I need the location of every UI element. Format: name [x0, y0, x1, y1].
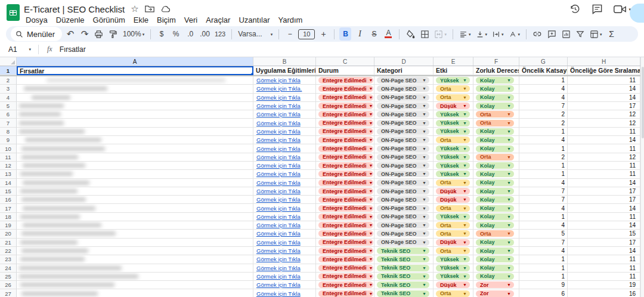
etki-chip[interactable]: Yüksek▼ — [436, 154, 470, 160]
column-header-G[interactable]: G — [519, 57, 568, 66]
cell-durum[interactable]: Entegre Edilmedi▼ — [316, 196, 374, 204]
etki-chip[interactable]: Yüksek▼ — [436, 128, 470, 135]
chip-dropdown-icon[interactable]: ▼ — [463, 189, 467, 193]
cell-durum[interactable]: Entegre Edilmedi▼ — [316, 239, 374, 247]
header-cell-G[interactable]: Öncelik Katsayısı — [519, 66, 568, 75]
cell-durum[interactable]: Entegre Edilmedi▼ — [316, 102, 374, 110]
cell-firsat[interactable] — [17, 255, 253, 264]
zorluk-chip[interactable]: Kolay▼ — [476, 256, 514, 262]
durum-chip[interactable]: Entegre Edilmedi▼ — [318, 214, 373, 220]
cell-egitim-link[interactable]: Görmek için Tıkla — [253, 128, 316, 136]
chip-dropdown-icon[interactable]: ▼ — [369, 266, 373, 270]
training-link[interactable]: Görmek için Tıkla — [253, 77, 301, 83]
cell-katsayi[interactable]: 1 — [519, 170, 568, 178]
cell-siralama[interactable]: 15 — [568, 230, 640, 238]
durum-chip[interactable]: Entegre Edilmedi▼ — [318, 239, 373, 246]
durum-chip[interactable]: Entegre Edilmedi▼ — [318, 273, 373, 280]
chip-dropdown-icon[interactable]: ▼ — [463, 129, 467, 134]
chip-dropdown-icon[interactable]: ▼ — [507, 274, 511, 279]
chip-dropdown-icon[interactable]: ▼ — [369, 138, 373, 142]
cell-siralama[interactable]: 12 — [568, 110, 640, 119]
durum-chip[interactable]: Entegre Edilmedi▼ — [318, 248, 373, 254]
kategori-chip[interactable]: ON-Page SEO▼ — [377, 77, 429, 83]
cell-katsayi[interactable]: 1 — [519, 255, 568, 264]
chip-dropdown-icon[interactable]: ▼ — [422, 223, 426, 227]
column-header-C[interactable]: C — [316, 57, 374, 66]
strikethrough-button[interactable]: S — [368, 27, 380, 41]
chip-dropdown-icon[interactable]: ▼ — [463, 249, 467, 253]
cell-katsayi[interactable]: 9 — [519, 281, 568, 289]
row-header-5[interactable]: 5 — [0, 102, 17, 110]
cell-durum[interactable]: Entegre Edilmedi▼ — [316, 144, 374, 153]
cell-etki[interactable]: Yüksek▼ — [434, 273, 473, 281]
zorluk-chip[interactable]: Zor▼ — [476, 290, 514, 297]
durum-chip[interactable]: Entegre Edilmedi▼ — [318, 146, 373, 152]
cell-durum[interactable]: Entegre Edilmedi▼ — [316, 221, 374, 230]
cell-kategori[interactable]: ON-Page SEO▼ — [374, 179, 434, 187]
durum-chip[interactable]: Entegre Edilmedi▼ — [318, 256, 373, 262]
zorluk-chip[interactable]: Kolay▼ — [476, 171, 514, 177]
fill-color-button[interactable] — [404, 27, 416, 41]
column-header-E[interactable]: E — [434, 57, 473, 66]
kategori-chip[interactable]: ON-Page SEO▼ — [377, 120, 429, 126]
menu-gorunum[interactable]: Görünüm — [89, 14, 129, 26]
etki-chip[interactable]: Orta▼ — [436, 85, 470, 92]
cell-kategori[interactable]: ON-Page SEO▼ — [374, 76, 434, 85]
chip-dropdown-icon[interactable]: ▼ — [369, 121, 373, 125]
cell-firsat[interactable] — [17, 144, 253, 153]
cell-siralama[interactable]: 14 — [568, 179, 640, 187]
font-select[interactable]: Varsa... ▾ — [237, 27, 274, 41]
cell-egitim-link[interactable]: Görmek için Tıkla — [253, 179, 316, 187]
zorluk-chip[interactable]: Kolay▼ — [476, 248, 514, 254]
etki-chip[interactable]: Düşük▼ — [436, 196, 470, 203]
chip-dropdown-icon[interactable]: ▼ — [369, 172, 373, 176]
chip-dropdown-icon[interactable]: ▼ — [369, 231, 373, 236]
cell-egitim-link[interactable]: Görmek için Tıkla. — [253, 85, 316, 93]
training-link[interactable]: Görmek için Tıkla — [253, 120, 301, 126]
cell-siralama[interactable]: 17 — [568, 187, 640, 196]
row-header-3[interactable]: 3 — [0, 85, 17, 93]
chip-dropdown-icon[interactable]: ▼ — [507, 240, 511, 245]
functions-button[interactable]: Σ — [606, 27, 618, 41]
zorluk-chip[interactable]: Kolay▼ — [476, 180, 514, 186]
header-cell-H[interactable]: Önceliğe Göre Sıralama — [568, 66, 640, 75]
kategori-chip[interactable]: ON-Page SEO▼ — [377, 188, 429, 194]
cell-egitim-link[interactable]: Görmek için Tıkla — [253, 119, 316, 127]
name-box[interactable]: A1 ▾ — [0, 45, 35, 54]
row-header-21[interactable]: 21 — [0, 239, 17, 247]
comment-history-icon[interactable] — [592, 4, 603, 15]
cell-etki[interactable]: Yüksek▼ — [434, 213, 473, 221]
menu-ekle[interactable]: Ekle — [129, 14, 153, 26]
star-icon[interactable]: ☆ — [131, 4, 138, 14]
cell-katsayi[interactable]: 4 — [519, 247, 568, 255]
header-cell-F[interactable]: Zorluk Derecesi — [473, 66, 519, 75]
cell-egitim-link[interactable]: Görmek için Tıkla — [253, 213, 316, 221]
chip-dropdown-icon[interactable]: ▼ — [422, 266, 426, 270]
kategori-chip[interactable]: Teknik SEO▼ — [377, 273, 429, 280]
cell-etki[interactable]: Yüksek▼ — [434, 153, 473, 162]
row-header-4[interactable]: 4 — [0, 94, 17, 102]
cell-kategori[interactable]: ON-Page SEO▼ — [374, 102, 434, 110]
cell-kategori[interactable]: Teknik SEO▼ — [374, 264, 434, 273]
cell-siralama[interactable]: 11 — [568, 264, 640, 273]
cell-etki[interactable]: Yüksek▼ — [434, 162, 473, 170]
cell-siralama[interactable]: 11 — [568, 170, 640, 178]
etki-chip[interactable]: Düşük▼ — [436, 281, 470, 288]
row-header-13[interactable]: 13 — [0, 170, 17, 178]
cell-firsat[interactable] — [17, 289, 253, 297]
training-link[interactable]: Görmek için Tıkla — [253, 196, 301, 203]
etki-chip[interactable]: Yüksek▼ — [436, 256, 470, 262]
cell-egitim-link[interactable]: Görmek için Tıkla — [253, 153, 316, 162]
chip-dropdown-icon[interactable]: ▼ — [507, 95, 511, 100]
cell-etki[interactable]: Orta▼ — [434, 247, 473, 255]
cell-durum[interactable]: Entegre Edilmedi▼ — [316, 204, 374, 212]
cell-firsat[interactable] — [17, 162, 253, 170]
durum-chip[interactable]: Entegre Edilmedi▼ — [318, 162, 373, 169]
durum-chip[interactable]: Entegre Edilmedi▼ — [318, 230, 373, 237]
cell-etki[interactable]: Orta▼ — [434, 136, 473, 144]
menu-duzenle[interactable]: Düzenle — [52, 14, 89, 26]
training-link[interactable]: Görmek için Tıkla — [253, 162, 301, 169]
cell-durum[interactable]: Entegre Edilmedi▼ — [316, 94, 374, 102]
undo-button[interactable]: ↶ — [64, 27, 76, 41]
row-header-19[interactable]: 19 — [0, 221, 17, 230]
